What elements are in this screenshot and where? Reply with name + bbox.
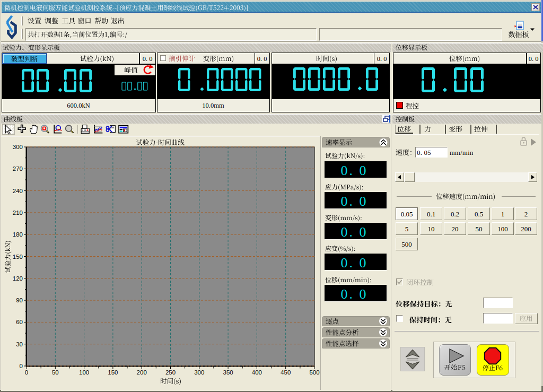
svg-text:400: 400 <box>252 369 262 376</box>
svg-text:0. 0: 0. 0 <box>143 55 153 63</box>
svg-text:50: 50 <box>476 225 483 233</box>
svg-text:90: 90 <box>16 297 23 303</box>
svg-text:450: 450 <box>281 369 291 376</box>
svg-text:0. 05: 0. 05 <box>417 149 431 156</box>
svg-text:0. 0: 0. 0 <box>341 163 368 178</box>
svg-text:0. 0: 0. 0 <box>377 55 387 63</box>
svg-text:150: 150 <box>13 254 23 260</box>
svg-text:240: 240 <box>13 188 23 194</box>
svg-text:0. 0: 0. 0 <box>341 194 368 209</box>
svg-text:500: 500 <box>401 240 412 248</box>
svg-text:0.05: 0.05 <box>401 210 413 218</box>
svg-text:300: 300 <box>194 369 204 376</box>
svg-text:0. 0: 0. 0 <box>341 224 368 240</box>
svg-text:100: 100 <box>497 225 508 233</box>
svg-text:20: 20 <box>452 225 459 233</box>
svg-text:2: 2 <box>524 210 528 218</box>
svg-text:0. 0: 0. 0 <box>341 286 368 302</box>
svg-text:250: 250 <box>165 369 176 376</box>
svg-text:600.0kN: 600.0kN <box>67 102 90 109</box>
svg-text:0: 0 <box>20 363 23 369</box>
svg-text:0. 0: 0. 0 <box>529 55 539 63</box>
svg-text:0.2: 0.2 <box>451 210 459 218</box>
svg-text:0.1: 0.1 <box>427 210 435 218</box>
svg-text:0.5: 0.5 <box>475 210 483 218</box>
svg-text:200: 200 <box>137 369 147 376</box>
svg-text:500: 500 <box>309 369 319 376</box>
svg-text:0. 0: 0. 0 <box>341 255 368 271</box>
svg-text:0. 0: 0. 0 <box>257 55 267 63</box>
svg-text:30: 30 <box>16 341 23 347</box>
svg-text:mm/min: mm/min <box>450 149 474 156</box>
svg-text:210: 210 <box>13 210 23 216</box>
svg-text:5: 5 <box>405 225 409 233</box>
svg-text:1: 1 <box>501 210 505 218</box>
svg-text:10.0mm: 10.0mm <box>202 102 224 109</box>
svg-text:10: 10 <box>428 225 435 233</box>
svg-text:60: 60 <box>16 319 23 325</box>
svg-text:300: 300 <box>13 144 23 150</box>
svg-text:150: 150 <box>108 369 118 376</box>
svg-text:0: 0 <box>25 369 28 376</box>
svg-text:180: 180 <box>13 231 23 238</box>
svg-text:120: 120 <box>13 275 23 282</box>
svg-text:270: 270 <box>13 165 23 172</box>
svg-text:50: 50 <box>52 369 59 376</box>
svg-text:350: 350 <box>223 369 233 376</box>
svg-text:100: 100 <box>79 369 89 376</box>
svg-text:200: 200 <box>521 225 531 233</box>
